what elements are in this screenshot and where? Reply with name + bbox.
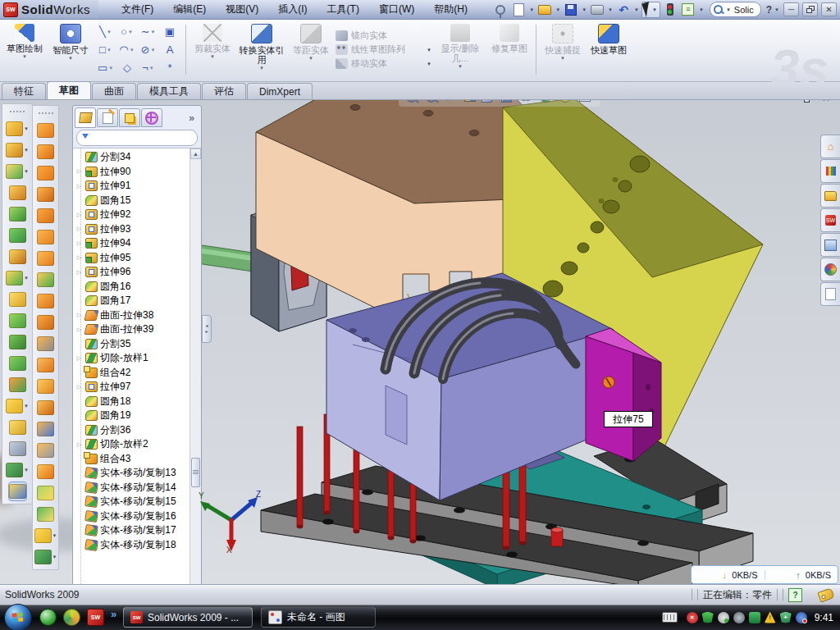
chevron-down-icon[interactable]: ▼ [608, 7, 613, 12]
featuremanager-tab[interactable] [75, 107, 96, 128]
panel-splitter-handle[interactable]: ◂▸ [202, 315, 212, 343]
rectangle-icon[interactable]: □▼ [95, 41, 116, 59]
save-button[interactable] [563, 2, 579, 17]
reference-geometry-button[interactable]: ▼ [34, 527, 57, 545]
solidworks-quick-icon[interactable]: SW [87, 609, 104, 626]
start-button[interactable] [4, 604, 32, 630]
move-face-button[interactable] [37, 505, 54, 523]
chevron-down-icon[interactable]: ▼ [529, 7, 534, 12]
scene-button[interactable]: ▼ [559, 100, 578, 105]
core-button[interactable] [37, 228, 54, 246]
feature-tree-item[interactable]: 实体-移动/复制13 [73, 466, 201, 481]
undercut-analysis-button[interactable] [37, 484, 54, 502]
keyboard-layout-icon[interactable] [662, 612, 678, 623]
tree-filter-box[interactable] [76, 130, 198, 146]
expand-arrow[interactable]: ▷ [75, 269, 83, 276]
mirror-button[interactable] [9, 354, 26, 372]
feature-tree-item[interactable]: 圆角17 [73, 294, 201, 308]
volume-icon[interactable] [733, 612, 745, 623]
expand-arrow[interactable]: ▷ [75, 240, 83, 247]
zoom-fit-button[interactable] [402, 100, 420, 105]
custom-properties-tab[interactable] [820, 282, 840, 306]
section-view-button[interactable] [441, 100, 459, 105]
move-body-button[interactable] [9, 376, 26, 394]
text-icon[interactable]: A [159, 41, 180, 59]
file-explorer-tab[interactable] [820, 184, 840, 208]
rib-button[interactable] [9, 290, 26, 308]
delete-face-button[interactable] [37, 335, 54, 353]
draft-button[interactable] [9, 312, 26, 330]
chevron-down-icon[interactable]: ▼ [634, 7, 639, 12]
linear-pattern-button[interactable]: ▼ [6, 269, 29, 287]
offset-surface-button[interactable] [37, 292, 54, 310]
expand-arrow[interactable]: ▷ [75, 168, 83, 175]
feature-tree-item[interactable]: ▷拉伸95 [73, 251, 201, 266]
fillet-icon[interactable]: ¬▼ [138, 59, 159, 77]
doc-close-button[interactable]: ✕ [819, 100, 833, 105]
solidworks-search-tab[interactable]: SW [820, 208, 840, 232]
design-library-tab[interactable] [820, 159, 840, 183]
instant3d-button[interactable] [9, 482, 26, 500]
propertymanager-tab[interactable] [97, 108, 118, 127]
expand-arrow[interactable]: ▷ [75, 355, 83, 362]
feature-tree-item[interactable]: 分割34 [73, 150, 201, 165]
hide-show-items-button[interactable]: ▼ [520, 100, 538, 105]
curves-button[interactable]: ▼ [6, 461, 29, 479]
media-player-icon[interactable] [63, 609, 80, 626]
shell-button[interactable] [9, 333, 26, 351]
swept-boss-button[interactable]: ▼ [6, 162, 29, 180]
undo-button[interactable]: ↶ [615, 2, 632, 17]
network-icon[interactable] [749, 612, 760, 623]
tab-评估[interactable]: 评估 [202, 83, 246, 99]
feature-tree-item[interactable]: 圆角18 [73, 395, 201, 409]
slot-icon[interactable]: ▭▼ [95, 59, 116, 77]
ruled-surface-button[interactable] [37, 271, 54, 289]
print-button[interactable] [589, 2, 605, 17]
polygon-icon[interactable]: ◇ [116, 59, 138, 77]
solidworks-resources-tab[interactable]: ⌂ [820, 135, 840, 158]
antivirus-icon[interactable]: × [687, 612, 698, 623]
revolved-boss-button[interactable]: ▼ [6, 141, 29, 159]
help-button[interactable]: ? [766, 4, 772, 16]
chevron-down-icon[interactable]: ▼ [555, 7, 560, 12]
ellipse-icon[interactable]: ⊘▼ [138, 41, 159, 59]
menu-item[interactable]: 视图(V) [216, 0, 268, 19]
tab-模具工具[interactable]: 模具工具 [137, 83, 201, 99]
chevron-down-icon[interactable]: ▼ [774, 7, 779, 12]
rebuild-button[interactable] [662, 2, 678, 17]
circle-icon[interactable]: ○▼ [116, 23, 138, 41]
expand-arrow[interactable]: ▷ [75, 212, 83, 218]
zoom-area-button[interactable] [422, 100, 440, 105]
feature-tree-item[interactable]: 圆角19 [73, 409, 201, 423]
feature-tree-item[interactable]: ▷曲面-拉伸38 [73, 308, 201, 323]
new-document-button[interactable] [510, 2, 527, 17]
feature-tree-item[interactable]: ▷拉伸90 [73, 165, 201, 180]
feature-tree-item[interactable]: 实体-移动/复制18 [73, 538, 201, 553]
open-button[interactable] [536, 2, 553, 17]
expand-arrow[interactable]: ▷ [75, 254, 83, 261]
reference-geometry-button[interactable]: ▼ [6, 397, 29, 415]
view-orientation-button[interactable] [461, 100, 479, 105]
graphics-area[interactable]: ▼▼▼▼▼▼ ─ ✕ ⌂SW ▼▼▼▼▼▼ ▼▼ » [0, 100, 840, 584]
dimxpertmanager-tab[interactable] [141, 108, 162, 127]
feature-tree-item[interactable]: ▷拉伸93 [73, 222, 201, 237]
line-icon[interactable]: ╲▼ [95, 23, 116, 41]
thicken-button[interactable] [37, 441, 54, 459]
menu-item[interactable]: 帮助(H) [424, 0, 477, 19]
extend-surface-button[interactable] [37, 377, 54, 395]
scale-button[interactable] [37, 121, 54, 139]
feature-tree-item[interactable]: 实体-移动/复制16 [73, 509, 201, 524]
scroll-thumb[interactable] [191, 458, 200, 487]
doc-minimize-button[interactable]: ─ [783, 100, 797, 105]
expand-arrow[interactable]: ▷ [75, 326, 83, 333]
menu-item[interactable]: 工具(T) [317, 0, 369, 19]
feature-tree-item[interactable]: ▷拉伸96 [73, 265, 201, 280]
shut-off-surface-button[interactable] [37, 164, 54, 182]
feature-tree-item[interactable]: ▷拉伸92 [73, 208, 201, 222]
trim-surface-button[interactable] [37, 399, 54, 417]
rapid-sketch-button[interactable]: 快速草图 [587, 21, 631, 78]
search-input[interactable]: Solic [734, 5, 754, 15]
chevron-down-icon[interactable]: ▼ [699, 7, 704, 12]
tag-icon[interactable] [817, 587, 834, 602]
feature-tree-item[interactable]: ▷拉伸94 [73, 236, 201, 251]
